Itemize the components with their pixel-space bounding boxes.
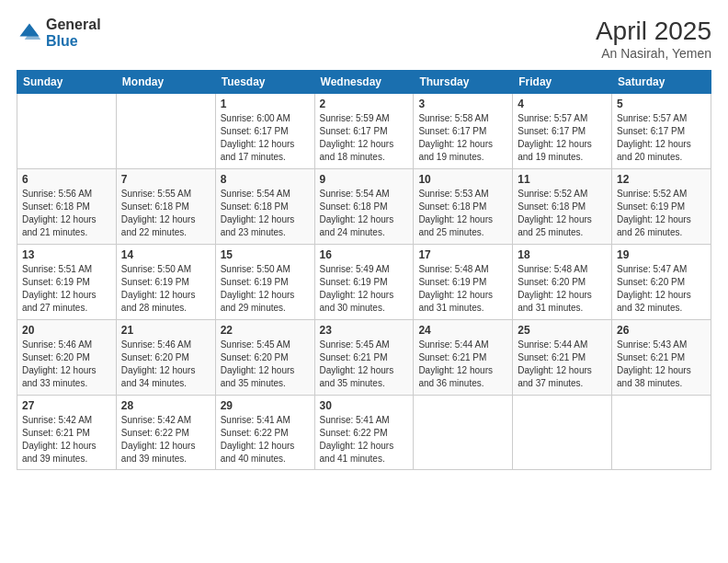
calendar-title: April 2025 <box>596 17 711 46</box>
table-row: 5Sunrise: 5:57 AM Sunset: 6:17 PM Daylig… <box>612 94 711 169</box>
table-row <box>513 396 612 470</box>
day-number: 14 <box>121 248 210 261</box>
table-row: 9Sunrise: 5:54 AM Sunset: 6:18 PM Daylig… <box>314 169 414 245</box>
table-row <box>17 94 117 169</box>
day-info: Sunrise: 5:52 AM Sunset: 6:19 PM Dayligh… <box>617 188 706 239</box>
day-info: Sunrise: 5:52 AM Sunset: 6:18 PM Dayligh… <box>518 188 607 239</box>
table-row: 4Sunrise: 5:57 AM Sunset: 6:17 PM Daylig… <box>513 94 612 169</box>
day-number: 17 <box>418 248 507 261</box>
day-info: Sunrise: 5:53 AM Sunset: 6:18 PM Dayligh… <box>418 188 507 239</box>
day-info: Sunrise: 5:48 AM Sunset: 6:20 PM Dayligh… <box>518 263 607 315</box>
table-row: 26Sunrise: 5:43 AM Sunset: 6:21 PM Dayli… <box>612 320 711 396</box>
col-sunday: Sunday <box>17 71 117 94</box>
title-block: April 2025 An Nasirah, Yemen <box>596 17 711 61</box>
col-wednesday: Wednesday <box>314 71 414 94</box>
day-number: 8 <box>221 173 310 186</box>
day-number: 21 <box>121 324 210 337</box>
day-info: Sunrise: 5:50 AM Sunset: 6:19 PM Dayligh… <box>121 263 210 315</box>
day-number: 11 <box>518 173 607 186</box>
day-info: Sunrise: 5:45 AM Sunset: 6:21 PM Dayligh… <box>320 339 409 390</box>
table-row: 22Sunrise: 5:45 AM Sunset: 6:20 PM Dayli… <box>215 320 314 396</box>
day-number: 13 <box>22 248 111 261</box>
day-number: 10 <box>418 173 507 186</box>
table-row <box>116 94 215 169</box>
day-number: 7 <box>121 173 210 186</box>
table-row: 27Sunrise: 5:42 AM Sunset: 6:21 PM Dayli… <box>17 396 117 470</box>
table-row: 11Sunrise: 5:52 AM Sunset: 6:18 PM Dayli… <box>513 169 612 245</box>
day-number: 29 <box>221 399 310 412</box>
day-info: Sunrise: 5:42 AM Sunset: 6:21 PM Dayligh… <box>22 414 111 465</box>
day-info: Sunrise: 5:57 AM Sunset: 6:17 PM Dayligh… <box>617 112 706 164</box>
table-row: 6Sunrise: 5:56 AM Sunset: 6:18 PM Daylig… <box>17 169 117 245</box>
day-info: Sunrise: 5:42 AM Sunset: 6:22 PM Dayligh… <box>121 414 210 465</box>
day-number: 1 <box>221 98 310 110</box>
page: General Blue April 2025 An Nasirah, Yeme… <box>0 0 728 563</box>
day-info: Sunrise: 5:49 AM Sunset: 6:19 PM Dayligh… <box>320 263 409 315</box>
table-row: 24Sunrise: 5:44 AM Sunset: 6:21 PM Dayli… <box>414 320 513 396</box>
table-row: 19Sunrise: 5:47 AM Sunset: 6:20 PM Dayli… <box>612 245 711 320</box>
col-friday: Friday <box>513 71 612 94</box>
day-number: 6 <box>22 173 111 186</box>
day-info: Sunrise: 5:50 AM Sunset: 6:19 PM Dayligh… <box>221 263 310 315</box>
day-info: Sunrise: 5:51 AM Sunset: 6:19 PM Dayligh… <box>22 263 111 315</box>
day-info: Sunrise: 5:46 AM Sunset: 6:20 PM Dayligh… <box>22 339 111 390</box>
day-number: 3 <box>418 98 507 110</box>
col-tuesday: Tuesday <box>215 71 314 94</box>
day-info: Sunrise: 5:45 AM Sunset: 6:20 PM Dayligh… <box>221 339 310 390</box>
table-row: 14Sunrise: 5:50 AM Sunset: 6:19 PM Dayli… <box>116 245 215 320</box>
table-row: 29Sunrise: 5:41 AM Sunset: 6:22 PM Dayli… <box>215 396 314 470</box>
day-info: Sunrise: 5:41 AM Sunset: 6:22 PM Dayligh… <box>221 414 310 465</box>
day-info: Sunrise: 5:59 AM Sunset: 6:17 PM Dayligh… <box>320 112 409 164</box>
table-row: 23Sunrise: 5:45 AM Sunset: 6:21 PM Dayli… <box>314 320 414 396</box>
table-row: 21Sunrise: 5:46 AM Sunset: 6:20 PM Dayli… <box>116 320 215 396</box>
logo: General Blue <box>17 17 101 49</box>
table-row: 8Sunrise: 5:54 AM Sunset: 6:18 PM Daylig… <box>215 169 314 245</box>
table-row: 30Sunrise: 5:41 AM Sunset: 6:22 PM Dayli… <box>314 396 414 470</box>
logo-icon <box>17 20 42 46</box>
day-number: 9 <box>320 173 409 186</box>
day-number: 2 <box>320 98 409 110</box>
day-number: 19 <box>617 248 706 261</box>
day-number: 22 <box>221 324 310 337</box>
day-info: Sunrise: 5:55 AM Sunset: 6:18 PM Dayligh… <box>121 188 210 239</box>
table-row: 1Sunrise: 6:00 AM Sunset: 6:17 PM Daylig… <box>215 94 314 169</box>
day-info: Sunrise: 5:57 AM Sunset: 6:17 PM Dayligh… <box>518 112 607 164</box>
day-info: Sunrise: 5:56 AM Sunset: 6:18 PM Dayligh… <box>22 188 111 239</box>
day-info: Sunrise: 5:58 AM Sunset: 6:17 PM Dayligh… <box>418 112 507 164</box>
day-number: 30 <box>320 399 409 412</box>
table-row: 7Sunrise: 5:55 AM Sunset: 6:18 PM Daylig… <box>116 169 215 245</box>
day-number: 25 <box>518 324 607 337</box>
table-row: 16Sunrise: 5:49 AM Sunset: 6:19 PM Dayli… <box>314 245 414 320</box>
table-row: 10Sunrise: 5:53 AM Sunset: 6:18 PM Dayli… <box>414 169 513 245</box>
day-info: Sunrise: 5:44 AM Sunset: 6:21 PM Dayligh… <box>418 339 507 390</box>
day-info: Sunrise: 5:41 AM Sunset: 6:22 PM Dayligh… <box>320 414 409 465</box>
day-info: Sunrise: 5:44 AM Sunset: 6:21 PM Dayligh… <box>518 339 607 390</box>
day-number: 26 <box>617 324 706 337</box>
col-monday: Monday <box>116 71 215 94</box>
table-row: 25Sunrise: 5:44 AM Sunset: 6:21 PM Dayli… <box>513 320 612 396</box>
day-number: 28 <box>121 399 210 412</box>
day-number: 18 <box>518 248 607 261</box>
day-number: 15 <box>221 248 310 261</box>
table-row: 2Sunrise: 5:59 AM Sunset: 6:17 PM Daylig… <box>314 94 414 169</box>
day-info: Sunrise: 5:47 AM Sunset: 6:20 PM Dayligh… <box>617 263 706 315</box>
day-info: Sunrise: 5:43 AM Sunset: 6:21 PM Dayligh… <box>617 339 706 390</box>
day-number: 5 <box>617 98 706 110</box>
table-row: 18Sunrise: 5:48 AM Sunset: 6:20 PM Dayli… <box>513 245 612 320</box>
table-row: 28Sunrise: 5:42 AM Sunset: 6:22 PM Dayli… <box>116 396 215 470</box>
col-thursday: Thursday <box>414 71 513 94</box>
table-row: 15Sunrise: 5:50 AM Sunset: 6:19 PM Dayli… <box>215 245 314 320</box>
day-info: Sunrise: 5:48 AM Sunset: 6:19 PM Dayligh… <box>418 263 507 315</box>
table-row: 3Sunrise: 5:58 AM Sunset: 6:17 PM Daylig… <box>414 94 513 169</box>
day-info: Sunrise: 5:54 AM Sunset: 6:18 PM Dayligh… <box>221 188 310 239</box>
table-row <box>612 396 711 470</box>
day-number: 20 <box>22 324 111 337</box>
day-number: 23 <box>320 324 409 337</box>
table-row: 20Sunrise: 5:46 AM Sunset: 6:20 PM Dayli… <box>17 320 117 396</box>
day-number: 12 <box>617 173 706 186</box>
table-row: 12Sunrise: 5:52 AM Sunset: 6:19 PM Dayli… <box>612 169 711 245</box>
table-row: 13Sunrise: 5:51 AM Sunset: 6:19 PM Dayli… <box>17 245 117 320</box>
day-number: 24 <box>418 324 507 337</box>
day-info: Sunrise: 5:54 AM Sunset: 6:18 PM Dayligh… <box>320 188 409 239</box>
logo-blue-text: Blue <box>46 33 101 50</box>
